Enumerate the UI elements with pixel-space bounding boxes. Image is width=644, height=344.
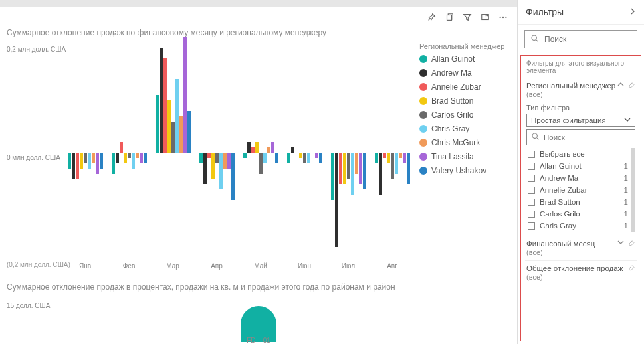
bar[interactable] — [379, 153, 382, 195]
bar[interactable] — [68, 153, 71, 169]
legend-item[interactable]: Chris Gray — [419, 124, 510, 133]
bar[interactable] — [319, 153, 322, 163]
bar[interactable] — [231, 153, 235, 200]
bar[interactable] — [140, 153, 143, 163]
bar[interactable] — [175, 79, 179, 153]
filter-icon[interactable] — [462, 13, 472, 23]
bar[interactable] — [72, 153, 75, 179]
bar[interactable] — [391, 153, 394, 179]
bar[interactable] — [179, 116, 183, 153]
filter-values-list[interactable]: Выбрать всеAllan Guinot1Andrew Ma1Anneli… — [526, 148, 635, 232]
bar[interactable] — [211, 153, 215, 179]
search-input[interactable] — [544, 133, 641, 141]
checkbox[interactable] — [528, 187, 535, 194]
bar[interactable] — [355, 153, 358, 174]
bar[interactable] — [335, 153, 338, 247]
more-icon[interactable] — [498, 13, 508, 23]
bar[interactable] — [315, 153, 318, 158]
list-item[interactable]: Brad Sutton1 — [526, 196, 629, 208]
bar[interactable] — [271, 142, 274, 153]
legend-item[interactable]: Brad Sutton — [419, 96, 510, 106]
bar[interactable] — [347, 153, 350, 179]
copy-icon[interactable] — [444, 13, 454, 23]
bar[interactable] — [124, 153, 127, 163]
filter-field-label[interactable]: Финансовый месяц — [526, 240, 595, 248]
pin-icon[interactable] — [426, 13, 436, 23]
bar[interactable] — [363, 153, 366, 189]
legend-item[interactable]: Tina Lassila — [419, 152, 510, 161]
bar[interactable] — [303, 153, 306, 163]
bar[interactable] — [84, 153, 87, 163]
bar[interactable] — [343, 153, 346, 184]
bar[interactable] — [359, 153, 362, 184]
bar[interactable] — [263, 153, 267, 163]
bar[interactable] — [407, 153, 410, 184]
bar[interactable] — [144, 153, 147, 163]
bar[interactable] — [227, 153, 231, 169]
bar[interactable] — [96, 153, 99, 174]
bar[interactable] — [299, 153, 302, 158]
checkbox[interactable] — [528, 151, 535, 158]
chevron-right-icon[interactable] — [629, 7, 636, 17]
list-item[interactable]: Carlos Grilo1 — [526, 208, 629, 220]
bar[interactable] — [255, 142, 259, 153]
bar[interactable] — [287, 153, 290, 163]
search-input[interactable] — [544, 35, 644, 44]
legend-item[interactable]: Carlos Grilo — [419, 110, 510, 120]
bar[interactable] — [136, 153, 139, 158]
legend-item[interactable]: Annelie Zubar — [419, 82, 510, 92]
erase-icon[interactable] — [628, 239, 635, 248]
legend-item[interactable]: Andrew Ma — [419, 68, 510, 78]
bar[interactable] — [351, 153, 354, 195]
bar[interactable] — [223, 153, 227, 169]
bar[interactable] — [88, 153, 91, 169]
bar[interactable] — [128, 153, 131, 158]
bar[interactable] — [132, 153, 135, 169]
chevron-down-icon[interactable] — [617, 239, 624, 248]
bar[interactable] — [187, 111, 191, 153]
checkbox[interactable] — [528, 175, 535, 182]
chevron-up-icon[interactable] — [617, 81, 624, 90]
bar[interactable] — [339, 153, 342, 184]
bar[interactable] — [243, 153, 247, 158]
erase-icon[interactable] — [628, 81, 635, 90]
bar[interactable] — [183, 37, 187, 153]
checkbox[interactable] — [528, 199, 535, 206]
bar[interactable] — [331, 153, 334, 200]
bar[interactable] — [219, 153, 223, 189]
filter-field-label[interactable]: Общее отклонение продаж — [526, 264, 623, 272]
legend-item[interactable]: Chris McGurk — [419, 138, 510, 147]
filter-values-search[interactable] — [526, 129, 635, 145]
checkbox[interactable] — [528, 163, 535, 170]
bar[interactable] — [207, 153, 211, 158]
bar[interactable] — [80, 153, 83, 169]
bar[interactable] — [160, 48, 163, 153]
bar[interactable] — [76, 153, 79, 179]
bar[interactable] — [259, 153, 263, 174]
bar[interactable] — [171, 122, 175, 153]
legend-item[interactable]: Valery Ushakov — [419, 166, 510, 175]
bar[interactable] — [291, 147, 294, 153]
list-item[interactable]: Andrew Ma1 — [526, 172, 629, 184]
list-item[interactable]: Annelie Zubar1 — [526, 184, 629, 196]
bar[interactable] — [383, 153, 386, 158]
bar[interactable] — [120, 142, 123, 153]
filter-type-select[interactable]: Простая фильтрация — [526, 114, 635, 127]
bar[interactable] — [215, 153, 219, 163]
checkbox[interactable] — [528, 222, 535, 230]
bar[interactable] — [167, 100, 171, 153]
bar[interactable] — [199, 153, 203, 163]
list-item[interactable]: Allan Guinot1 — [526, 160, 629, 172]
bar[interactable] — [163, 58, 167, 153]
legend-item[interactable]: Allan Guinot — [419, 54, 510, 64]
checkbox[interactable] — [528, 211, 535, 218]
bar[interactable] — [112, 153, 115, 174]
bar[interactable] — [156, 95, 159, 153]
filters-search[interactable] — [524, 30, 637, 48]
bar-chart[interactable] — [63, 48, 414, 258]
bar[interactable] — [387, 153, 390, 163]
bar[interactable] — [247, 142, 251, 153]
bar[interactable] — [203, 153, 207, 184]
focus-icon[interactable] — [480, 13, 490, 23]
bar[interactable] — [375, 153, 378, 163]
